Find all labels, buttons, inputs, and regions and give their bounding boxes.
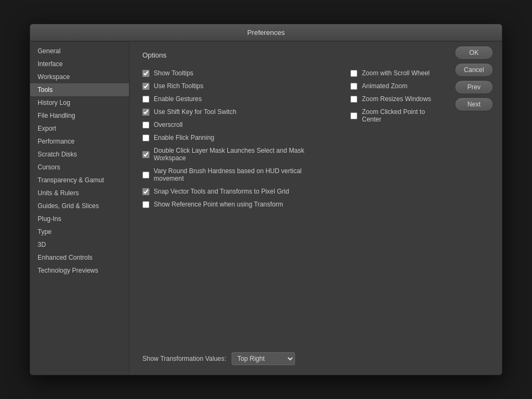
option-row-overscroll: Overscroll [142,118,329,131]
option-row-double-click-layer-mask: Double Click Layer Mask Launches Select … [142,144,329,165]
left-options-col: Show TooltipsUse Rich TooltipsEnable Ges… [142,67,329,344]
sidebar-item-3d[interactable]: 3D [30,238,129,251]
label-enable-flick-panning: Enable Flick Panning [154,134,214,141]
checkbox-use-shift-key[interactable] [142,109,149,116]
checkbox-zoom-scroll-wheel[interactable] [350,70,357,77]
sidebar-item-guides-grid-slices[interactable]: Guides, Grid & Slices [30,200,129,212]
sidebar-item-enhanced-controls[interactable]: Enhanced Controls [30,251,129,264]
dialog-buttons: OK Cancel Prev Next [455,44,502,111]
sidebar-item-scratch-disks[interactable]: Scratch Disks [30,148,129,161]
sidebar-item-workspace[interactable]: Workspace [30,70,129,83]
sidebar: GeneralInterfaceWorkspaceToolsHistory Lo… [30,41,130,375]
option-row-enable-gestures: Enable Gestures [142,92,329,105]
label-overscroll: Overscroll [154,121,183,129]
cancel-button[interactable]: Cancel [455,63,493,77]
option-row-zoom-scroll-wheel: Zoom with Scroll Wheel [350,67,442,80]
label-show-tooltips: Show Tooltips [154,69,193,77]
next-button[interactable]: Next [455,97,493,111]
label-double-click-layer-mask: Double Click Layer Mask Launches Select … [154,147,329,162]
checkbox-enable-gestures[interactable] [142,96,149,103]
sidebar-item-technology-previews[interactable]: Technology Previews [30,264,129,277]
sidebar-item-tools[interactable]: Tools [30,83,129,96]
option-row-use-shift-key: Use Shift Key for Tool Switch [142,105,329,118]
checkbox-show-reference-point[interactable] [142,201,149,208]
label-zoom-resizes-windows: Zoom Resizes Windows [362,95,431,103]
options-title: Options [142,51,442,59]
option-row-zoom-resizes-windows: Zoom Resizes Windows [350,92,442,105]
label-snap-vector-tools: Snap Vector Tools and Transforms to Pixe… [154,188,289,195]
buttons-panel: OK Cancel Prev Next [455,41,502,375]
transformation-row: Show Transformation Values: Top RightTop… [142,352,442,365]
right-options-col: Zoom with Scroll WheelAnimated ZoomZoom … [350,67,442,344]
label-zoom-clicked-point: Zoom Clicked Point to Center [362,108,442,123]
sidebar-item-file-handling[interactable]: File Handling [30,109,129,122]
option-row-show-reference-point: Show Reference Point when using Transfor… [142,198,329,211]
content-area: Options Show TooltipsUse Rich TooltipsEn… [130,41,455,375]
sidebar-item-performance[interactable]: Performance [30,135,129,148]
sidebar-item-interface[interactable]: Interface [30,58,129,70]
checkbox-snap-vector-tools[interactable] [142,188,149,195]
sidebar-item-units-rulers[interactable]: Units & Rulers [30,187,129,200]
label-zoom-scroll-wheel: Zoom with Scroll Wheel [362,69,429,77]
prev-button[interactable]: Prev [455,80,493,94]
transformation-select[interactable]: Top RightTop LeftBottom RightBottom Left [232,352,295,365]
transformation-label: Show Transformation Values: [142,355,226,362]
label-animated-zoom: Animated Zoom [362,82,407,90]
sidebar-item-cursors[interactable]: Cursors [30,161,129,174]
option-row-zoom-clicked-point: Zoom Clicked Point to Center [350,105,442,126]
options-grid: Show TooltipsUse Rich TooltipsEnable Ges… [142,67,442,344]
sidebar-item-plug-ins[interactable]: Plug-Ins [30,212,129,225]
sidebar-item-transparency-gamut[interactable]: Transparency & Gamut [30,174,129,187]
label-use-shift-key: Use Shift Key for Tool Switch [154,108,236,116]
option-row-animated-zoom: Animated Zoom [350,80,442,92]
checkbox-zoom-resizes-windows[interactable] [350,96,357,103]
preferences-dialog: Preferences GeneralInterfaceWorkspaceToo… [30,24,502,375]
checkbox-animated-zoom[interactable] [350,83,357,90]
checkbox-enable-flick-panning[interactable] [142,134,149,141]
ok-button[interactable]: OK [455,46,493,60]
sidebar-item-history-log[interactable]: History Log [30,96,129,109]
option-row-use-rich-tooltips: Use Rich Tooltips [142,80,329,92]
checkbox-show-tooltips[interactable] [142,70,149,77]
sidebar-item-export[interactable]: Export [30,122,129,135]
checkbox-overscroll[interactable] [142,122,149,129]
option-row-show-tooltips: Show Tooltips [142,67,329,80]
sidebar-item-type[interactable]: Type [30,225,129,238]
checkbox-zoom-clicked-point[interactable] [350,112,357,119]
label-enable-gestures: Enable Gestures [154,95,202,103]
checkbox-use-rich-tooltips[interactable] [142,83,149,90]
option-row-snap-vector-tools: Snap Vector Tools and Transforms to Pixe… [142,185,329,198]
label-use-rich-tooltips: Use Rich Tooltips [154,82,203,90]
option-row-enable-flick-panning: Enable Flick Panning [142,131,329,144]
option-row-vary-round-brush: Vary Round Brush Hardness based on HUD v… [142,165,329,185]
checkbox-double-click-layer-mask[interactable] [142,151,149,158]
checkbox-vary-round-brush[interactable] [142,172,149,179]
label-vary-round-brush: Vary Round Brush Hardness based on HUD v… [154,167,329,182]
sidebar-item-general[interactable]: General [30,45,129,58]
label-show-reference-point: Show Reference Point when using Transfor… [154,201,283,208]
dialog-title: Preferences [30,24,502,41]
